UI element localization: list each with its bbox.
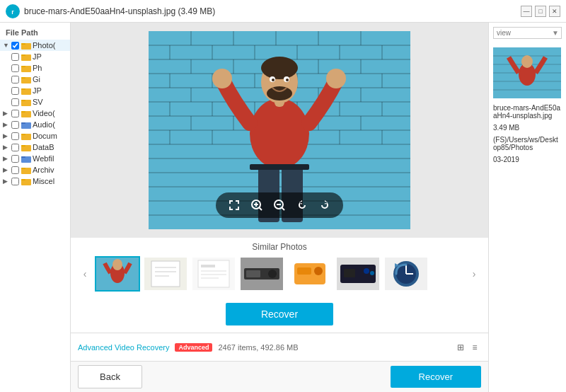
svg-point-99	[286, 79, 289, 81]
grid-view-button[interactable]: ⊞	[454, 341, 467, 354]
archi-checkbox[interactable]	[11, 166, 19, 174]
filter-icon[interactable]: ▼	[552, 29, 559, 37]
svg-text:r: r	[11, 8, 14, 16]
audio-expand[interactable]: ▶	[3, 121, 11, 128]
similar-thumbs	[95, 256, 464, 292]
sidebar-item-jp1[interactable]: JP	[0, 51, 70, 62]
docs-expand[interactable]: ▶	[3, 132, 11, 139]
sidebar-item-webfi[interactable]: ▶ Webfil	[0, 153, 70, 164]
similar-thumb-4[interactable]	[239, 256, 284, 292]
docs-folder-icon	[21, 132, 31, 140]
svg-point-128	[314, 267, 323, 275]
photos-label: Photo(	[33, 41, 55, 50]
svg-rect-3	[21, 43, 25, 45]
svg-rect-13	[21, 100, 25, 101]
preview-image	[149, 31, 410, 229]
rotate-ccw-button[interactable]	[294, 197, 311, 214]
audio-checkbox[interactable]	[11, 121, 19, 129]
advanced-video-recovery-link[interactable]: Advanced Video Recovery	[78, 343, 169, 352]
archi-folder-icon	[21, 166, 31, 174]
datab-folder-icon	[21, 144, 31, 151]
gi-checkbox[interactable]	[11, 76, 19, 83]
sidebar-item-videos[interactable]: ▶ Video(	[0, 108, 70, 119]
center-content: Similar Photos ‹	[71, 23, 488, 392]
minimize-button[interactable]: —	[521, 6, 532, 17]
app-logo: r	[6, 4, 20, 18]
webfi-expand[interactable]: ▶	[3, 155, 11, 162]
similar-photos-row: ‹	[78, 256, 481, 292]
videos-expand[interactable]: ▶	[3, 110, 11, 117]
webfi-checkbox[interactable]	[11, 155, 19, 163]
svg-point-98	[272, 79, 275, 81]
similar-thumb-7[interactable]	[383, 256, 429, 292]
sidebar-item-jp2[interactable]: JP	[0, 85, 70, 96]
right-filename: bruce-mars-AndE50aaHn4-unsplash.jpg	[493, 104, 562, 120]
list-view-button[interactable]: ≡	[468, 341, 481, 354]
misce-expand[interactable]: ▶	[3, 178, 11, 185]
videos-checkbox[interactable]	[11, 110, 19, 117]
similar-thumb-5[interactable]	[287, 256, 333, 292]
sidebar-item-ph[interactable]: Ph	[0, 62, 70, 74]
sidebar-header: File Path	[0, 25, 70, 40]
svg-rect-25	[21, 168, 25, 169]
sidebar-item-misce[interactable]: ▶ Miscel	[0, 175, 70, 187]
datab-expand[interactable]: ▶	[3, 144, 11, 151]
expand-arrow[interactable]: ▼	[3, 42, 11, 49]
similar-prev-button[interactable]: ‹	[78, 267, 92, 281]
docs-checkbox[interactable]	[11, 132, 19, 140]
jp1-label: JP	[33, 52, 42, 61]
webfi-folder-icon	[21, 155, 31, 163]
similar-title: Similar Photos	[78, 242, 481, 252]
zoom-in-button[interactable]	[248, 197, 265, 214]
fit-screen-button[interactable]	[226, 197, 243, 214]
similar-thumb-2[interactable]	[143, 256, 188, 292]
svg-point-92	[326, 69, 346, 88]
misce-checkbox[interactable]	[11, 178, 19, 185]
sv-folder-icon	[21, 98, 31, 106]
sidebar-item-archi[interactable]: ▶ Archiv	[0, 164, 70, 175]
sidebar-item-gi[interactable]: Gi	[0, 74, 70, 85]
videos-folder-icon	[21, 110, 31, 117]
gi-label: Gi	[33, 75, 40, 83]
sidebar-item-sv[interactable]: SV	[0, 96, 70, 108]
docs-label: Docum	[33, 132, 57, 140]
similar-thumb-1[interactable]	[95, 256, 140, 292]
similar-thumb-3[interactable]	[191, 256, 236, 292]
ph-checkbox[interactable]	[11, 64, 19, 72]
sidebar-item-audio[interactable]: ▶ Audio(	[0, 119, 70, 130]
main-container: File Path ▼ Photo( JP Ph Gi JP	[0, 23, 566, 392]
archi-label: Archiv	[33, 166, 54, 174]
sidebar-item-datab[interactable]: ▶ DataB	[0, 142, 70, 153]
ph-folder-icon	[21, 64, 31, 72]
jp1-checkbox[interactable]	[11, 53, 19, 61]
sidebar: File Path ▼ Photo( JP Ph Gi JP	[0, 23, 71, 392]
sv-label: SV	[33, 98, 43, 106]
svg-point-109	[112, 259, 122, 270]
svg-point-90	[267, 86, 292, 100]
datab-checkbox[interactable]	[11, 144, 19, 151]
rotate-cw-button[interactable]	[316, 197, 333, 214]
photos-checkbox[interactable]	[11, 42, 19, 50]
sidebar-item-docs[interactable]: ▶ Docum	[0, 130, 70, 142]
jp2-checkbox[interactable]	[11, 87, 19, 95]
sidebar-item-photos[interactable]: ▼ Photo(	[0, 40, 70, 51]
sv-checkbox[interactable]	[11, 98, 19, 106]
archi-expand[interactable]: ▶	[3, 166, 11, 173]
similar-next-button[interactable]: ›	[467, 267, 481, 281]
right-date-row: 03-2019	[493, 156, 562, 163]
close-button[interactable]: ✕	[549, 6, 560, 17]
svg-rect-27	[21, 179, 25, 180]
similar-thumb-6[interactable]	[335, 256, 381, 292]
similar-section: Similar Photos ‹	[71, 238, 488, 296]
window-controls: — □ ✕	[521, 6, 560, 17]
back-button[interactable]: Back	[78, 365, 142, 388]
datab-label: DataB	[33, 143, 54, 151]
audio-label: Audio(	[33, 120, 55, 129]
jp1-folder-icon	[21, 53, 31, 61]
svg-rect-123	[246, 270, 260, 277]
svg-rect-21	[21, 145, 25, 146]
recover-bottom-button[interactable]: Recover	[391, 366, 481, 388]
recover-center-button[interactable]: Recover	[226, 303, 333, 325]
zoom-out-button[interactable]	[271, 197, 288, 214]
maximize-button[interactable]: □	[535, 6, 546, 17]
